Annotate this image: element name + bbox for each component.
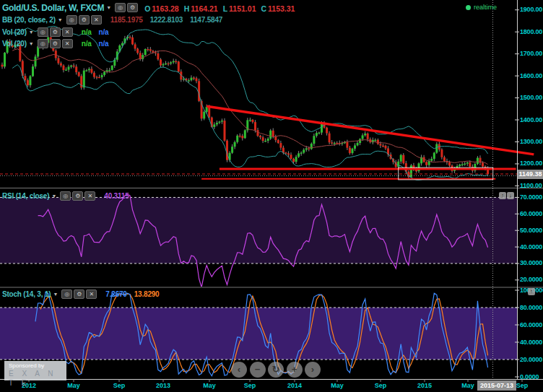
- indicator-value: 40.3115: [104, 192, 129, 200]
- sponsor-line: Sponsored by: [9, 362, 62, 369]
- ohlc-value: 1151.01: [229, 4, 256, 13]
- price-tick-label: 1900.00: [520, 6, 542, 13]
- stoch-tick-label: 80.0000: [520, 304, 542, 311]
- realtime-dot-icon: [466, 5, 471, 10]
- zoom-out-button[interactable]: −: [250, 362, 266, 378]
- indicator-label-vol-1[interactable]: Vol (20): [2, 28, 27, 36]
- symbol-header: Gold/U.S. Dollar, W, FXCM ▼ ◎ ⚙ O1163.28…: [2, 2, 295, 13]
- time-tick-label: May: [331, 382, 344, 389]
- visibility-icon[interactable]: ◎: [66, 15, 77, 25]
- current-date-tag: 2015-07-13: [477, 380, 516, 391]
- indicator-label-bb[interactable]: BB (20, close, 2): [2, 16, 56, 24]
- pan-right-button[interactable]: ›: [305, 362, 321, 378]
- close-icon[interactable]: ✕: [86, 289, 97, 299]
- time-tick-label: Sep: [244, 382, 256, 389]
- indicator-row-vol-1: Vol (20)▼◎⚙✕n/an/a: [2, 27, 108, 38]
- price-tick-label: 1200.00: [520, 160, 542, 167]
- visibility-icon[interactable]: ◎: [115, 3, 126, 12]
- rsi-pane-move-down-button[interactable]: ↓: [507, 192, 514, 199]
- price-tick-label: 1500.00: [520, 94, 542, 101]
- gear-icon[interactable]: ⚙: [127, 3, 138, 12]
- rsi-tick-label: 70.0000: [520, 193, 542, 201]
- current-price-tag: 1149.38: [518, 170, 543, 179]
- indicator-row-stoch: Stoch (14, 3, 1)▼◎⚙✕7.267013.8290: [2, 289, 159, 300]
- visibility-icon[interactable]: ◎: [61, 289, 72, 299]
- symbol-title[interactable]: Gold/U.S. Dollar, W, FXCM: [2, 3, 104, 13]
- ohlc-label: O: [144, 4, 150, 13]
- indicator-value: n/a: [99, 40, 109, 48]
- chevron-down-icon[interactable]: ▼: [53, 292, 58, 297]
- time-tick-label: 2015: [417, 382, 432, 389]
- rsi-tick-label: 60.0000: [520, 210, 542, 217]
- ohlc-value: 1164.21: [191, 4, 217, 13]
- chevron-down-icon[interactable]: ▼: [29, 41, 34, 46]
- indicator-row-bb: BB (20, close, 2)▼◎⚙✕1185.19751222.81031…: [2, 14, 222, 25]
- indicator-label-vol-2[interactable]: Vol (20): [2, 40, 27, 48]
- rsi-tick-label: 50.0000: [520, 227, 542, 234]
- sponsor-watermark: Sponsored by E X A N T E: [4, 361, 66, 380]
- ohlc-value: 1153.31: [268, 4, 295, 13]
- stoch-tick-label: 0.0000: [520, 373, 539, 380]
- time-tick-label: 2013: [156, 382, 170, 389]
- close-icon[interactable]: ✕: [62, 27, 73, 37]
- trading-chart-window: Gold/U.S. Dollar, W, FXCM ▼ ◎ ⚙ O1163.28…: [0, 0, 543, 392]
- close-icon[interactable]: ✕: [62, 39, 73, 48]
- price-tick-label: 1800.00: [520, 28, 542, 35]
- time-tick-label: May: [203, 382, 216, 389]
- stoch-tick-label: 40.0000: [520, 339, 542, 346]
- stoch-tick-label: 60.0000: [520, 321, 542, 328]
- indicator-label-stoch[interactable]: Stoch (14, 3, 1): [2, 290, 51, 298]
- ohlc-label: H: [184, 4, 190, 13]
- indicator-value: 7.2670: [105, 290, 126, 298]
- ohlc-values: O1163.28H1164.21L1151.01C1153.31: [139, 1, 295, 14]
- sponsor-brand: E X A N T E: [9, 369, 62, 388]
- gear-icon[interactable]: ⚙: [50, 39, 61, 48]
- chevron-down-icon[interactable]: ▼: [106, 5, 111, 10]
- chevron-down-icon[interactable]: ▼: [58, 17, 63, 22]
- price-tick-label: 1400.00: [520, 116, 542, 123]
- time-tick-label: Sep: [516, 382, 529, 389]
- rsi-tick-label: 40.0000: [520, 243, 542, 251]
- zoom-in-button[interactable]: +: [287, 362, 303, 378]
- indicator-value: 13.8290: [134, 290, 160, 298]
- ohlc-label: C: [261, 4, 266, 13]
- time-tick-label: May: [461, 382, 474, 389]
- indicator-value: 1147.5847: [190, 16, 222, 24]
- gear-icon[interactable]: ⚙: [72, 191, 83, 201]
- price-tick-label: 1700.00: [520, 50, 542, 57]
- stoch-tick-label: 20.0000: [520, 356, 542, 363]
- chevron-down-icon[interactable]: ▼: [51, 193, 56, 199]
- reset-zoom-button[interactable]: ↻: [268, 362, 284, 378]
- indicator-label-rsi[interactable]: RSI (14, close): [2, 192, 49, 200]
- price-tick-label: 1100.00: [520, 182, 542, 189]
- visibility-icon[interactable]: ◎: [60, 191, 71, 201]
- indicator-value: n/a: [82, 40, 92, 48]
- rsi-pane-move-up-button[interactable]: ↑: [499, 192, 506, 199]
- indicator-value: n/a: [82, 28, 92, 36]
- visibility-icon[interactable]: ◎: [38, 39, 48, 48]
- gear-icon[interactable]: ⚙: [74, 289, 84, 299]
- visibility-icon[interactable]: ◎: [38, 27, 48, 37]
- realtime-badge: realtime: [466, 4, 497, 11]
- gear-icon[interactable]: ⚙: [79, 15, 90, 25]
- ohlc-value: 1163.28: [152, 4, 178, 13]
- ohlc-label: L: [223, 4, 227, 13]
- indicator-row-vol-2: Vol (20)▼◎⚙✕n/an/a: [2, 38, 108, 49]
- indicator-row-rsi: RSI (14, close)▼◎⚙✕40.3115: [2, 191, 129, 201]
- time-tick-label: 2014: [287, 382, 302, 389]
- price-tick-label: 1300.00: [520, 138, 542, 145]
- realtime-label: realtime: [474, 4, 497, 11]
- pan-left-button[interactable]: ‹: [231, 362, 247, 378]
- indicator-value: 1185.1975: [110, 16, 143, 24]
- time-tick-label: Sep: [113, 382, 126, 389]
- time-tick-label: May: [67, 382, 80, 389]
- indicator-value: 1222.8103: [150, 16, 183, 24]
- stoch-pane-move-up-button[interactable]: ↑: [528, 288, 535, 295]
- time-tick-label: Sep: [375, 382, 387, 389]
- close-icon[interactable]: ✕: [84, 191, 95, 201]
- rsi-tick-label: 30.0000: [520, 259, 542, 266]
- close-icon[interactable]: ✕: [91, 15, 102, 25]
- price-tick-label: 1600.00: [520, 72, 542, 79]
- gear-icon[interactable]: ⚙: [50, 27, 61, 37]
- chevron-down-icon[interactable]: ▼: [29, 30, 34, 35]
